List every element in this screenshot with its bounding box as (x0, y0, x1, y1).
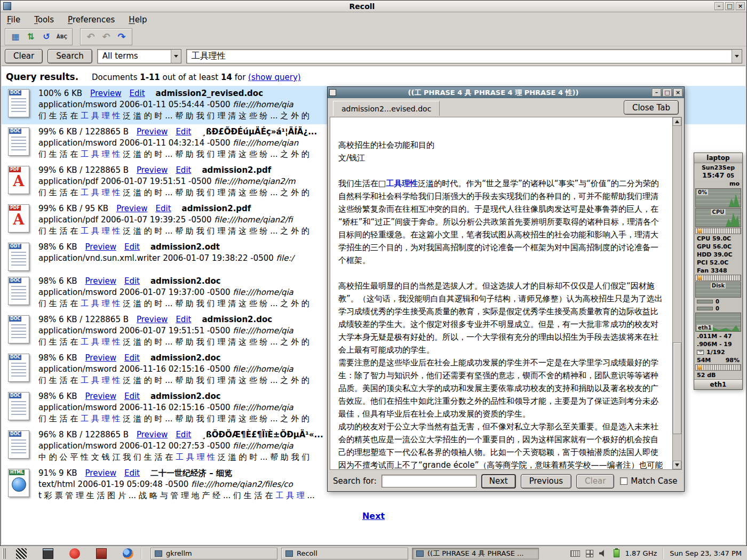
doc-file-icon: DOC (8, 392, 29, 420)
gkrellm-load-pct: 0% (697, 189, 708, 195)
edit-link[interactable]: Edit (129, 89, 145, 98)
gkrellm-clock[interactable]: Sun23Sep 15:47 05 (694, 163, 742, 180)
results-count-text: Documents (92, 73, 138, 82)
preview-link[interactable]: Preview (137, 430, 168, 439)
match-case-checkbox[interactable] (620, 477, 627, 485)
edit-link[interactable]: Edit (156, 204, 171, 213)
task-label: ((工 PHRASE 4 具 PHRASE ... (427, 549, 523, 558)
gkrellm-net-chart[interactable]: eth1 (695, 313, 741, 332)
search-type-select[interactable]: All terms (97, 49, 181, 63)
taskbar-task[interactable]: ((工 PHRASE 4 具 PHRASE ... (412, 548, 539, 559)
clear-button[interactable]: Clear (5, 49, 43, 63)
show-query-link[interactable]: (show query) (248, 73, 301, 82)
panel-handle[interactable] (3, 548, 6, 559)
query-details-icon[interactable]: ▦ (9, 30, 22, 43)
taskbar-clock[interactable]: Sun Sep 23, 3:47 PM (670, 549, 742, 557)
edit-link[interactable]: Edit (124, 242, 140, 252)
preview-link[interactable]: Preview (137, 127, 168, 137)
preview-link[interactable]: Preview (116, 204, 147, 213)
result-url: file:///home/qian2/files/co (191, 479, 293, 489)
edit-link[interactable]: Edit (124, 468, 140, 478)
search-button[interactable]: Search (47, 49, 92, 63)
preview-scrollbar[interactable] (672, 117, 681, 469)
preview-link[interactable]: Preview (137, 165, 168, 175)
menu-file[interactable]: File (7, 15, 20, 25)
gkrellm-hostname[interactable]: laptop (694, 153, 742, 163)
history-chevron-down-icon[interactable] (732, 50, 742, 63)
result-score-size: 99% 6 KB / 1228865 B (38, 165, 129, 175)
terminal-icon[interactable] (43, 548, 53, 559)
gkrellm-mail[interactable]: 1/192 (694, 348, 742, 356)
search-input[interactable] (187, 51, 732, 61)
preview-link[interactable]: Preview (137, 315, 168, 324)
scrollbar-thumb[interactable] (673, 342, 681, 434)
preview-window-icon[interactable] (329, 89, 336, 96)
preview-text[interactable]: 高校招生的社会功能和目的文/钱江我们生活在□工具理性泛滥的时代。作为“世之显学”… (330, 117, 672, 469)
result-score-size: 99% 6 KB / 95 KB (38, 204, 108, 213)
preview-close-button[interactable]: × (673, 89, 682, 97)
gkrellm-temp-row: PCI 52.0C (694, 259, 742, 267)
preview-link[interactable]: Preview (85, 468, 116, 478)
edit-link[interactable]: Edit (176, 315, 191, 324)
gkrellm-wireless: 52 dB (694, 371, 742, 379)
workspace-grid-icon[interactable] (586, 550, 593, 557)
taskbar-task[interactable]: Recoll (281, 548, 408, 559)
next-page-icon[interactable]: ↷ (115, 30, 128, 43)
maximize-button[interactable]: □ (725, 2, 734, 10)
close-tab-button[interactable]: Close Tab (624, 100, 679, 115)
preview-tab[interactable]: admission2...evised.doc (333, 101, 440, 116)
scroll-up-icon[interactable] (673, 117, 681, 126)
gkrellm-mail-count: 1/192 (706, 349, 725, 356)
gkrellm-disk-chart[interactable]: Disk (695, 282, 741, 298)
menu-preferences[interactable]: Preferences (68, 15, 115, 25)
preview-link[interactable]: Preview (90, 89, 121, 98)
spellcheck-icon[interactable]: ÂBÇ (55, 30, 68, 43)
edit-link[interactable]: Edit (176, 127, 191, 137)
close-button[interactable]: × (736, 2, 745, 10)
sort-arrows-icon[interactable]: ⇅ (25, 30, 37, 43)
edit-link[interactable]: Edit (124, 391, 140, 401)
preview-titlebar[interactable]: ((工 PHRASE 4 具 PHRASE 4 理 PHRASE 4 性)) –… (328, 87, 684, 98)
scroll-down-icon[interactable] (673, 461, 681, 469)
edit-link[interactable]: Edit (176, 165, 191, 175)
result-score-size: 91% 9 KB (38, 468, 77, 478)
prev-page-icon[interactable]: ↶ (100, 30, 113, 43)
results-range: 1-11 (140, 73, 160, 82)
taskbar-task[interactable]: gkrellm (150, 548, 277, 559)
result-filename: admission2.doc (150, 353, 221, 363)
preview-link[interactable]: Preview (85, 276, 116, 286)
gkrellm-load-chart[interactable]: 0% (695, 188, 741, 207)
gkrellm-memory: 54M 98% (694, 356, 742, 364)
edit-link[interactable]: Edit (176, 430, 191, 439)
edit-link[interactable]: Edit (124, 276, 140, 286)
preview-clear-button[interactable]: Clear (576, 474, 614, 489)
menu-help[interactable]: Help (129, 15, 147, 25)
first-page-icon[interactable]: ↶ (84, 30, 97, 43)
result-mime-date: application/msword 2006-01-11 04:32:14 -… (38, 138, 233, 148)
search-input-combo (186, 49, 742, 63)
volume-icon[interactable] (599, 550, 608, 557)
result-mime-date: application/vnd.sun.xml.writer 2006-01-0… (38, 253, 276, 263)
gkrellm-cpu-chart[interactable]: CPU (695, 208, 741, 227)
preview-search-input[interactable] (382, 475, 476, 487)
battery-icon[interactable] (614, 549, 619, 557)
preview-minimize-button[interactable]: – (652, 89, 661, 97)
firefox-icon[interactable] (123, 548, 133, 559)
next-page-link[interactable]: Next (362, 511, 385, 521)
package-icon[interactable] (96, 548, 107, 559)
preview-maximize-button[interactable]: □ (663, 89, 672, 97)
preview-link[interactable]: Preview (85, 242, 116, 252)
preview-link[interactable]: Preview (85, 353, 116, 363)
keyboard-layout-icon[interactable] (570, 550, 580, 557)
desktop-menu-icon[interactable] (16, 548, 27, 559)
refresh-icon[interactable]: ↺ (40, 30, 53, 43)
edit-link[interactable]: Edit (124, 353, 140, 363)
preview-link[interactable]: Preview (85, 391, 116, 401)
match-case-label: Match Case (631, 476, 677, 486)
preview-previous-button[interactable]: Previous (521, 474, 571, 489)
preview-next-button[interactable]: Next (481, 474, 516, 489)
menu-tools[interactable]: Tools (34, 15, 54, 25)
minimize-button[interactable]: – (714, 2, 724, 10)
window-menu-icon[interactable] (3, 2, 11, 10)
media-player-icon[interactable] (69, 548, 80, 559)
